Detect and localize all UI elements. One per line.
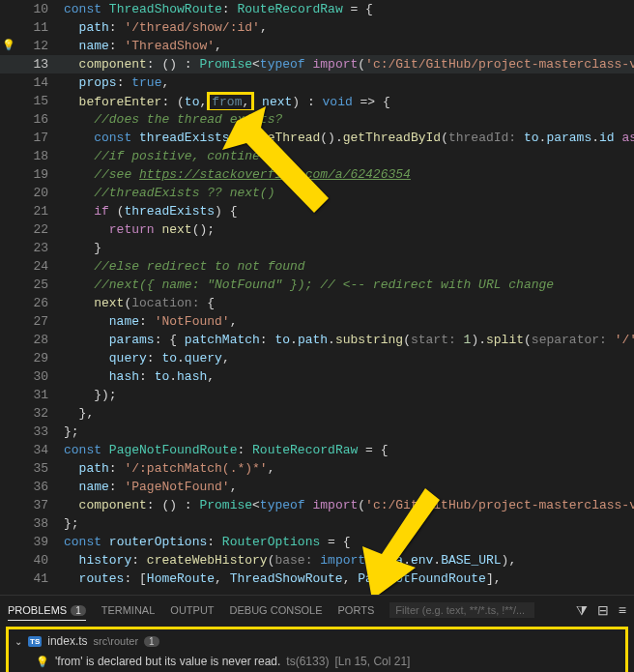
problem-file-row[interactable]: ⌄ TS index.ts src\router 1	[14, 631, 620, 651]
line-number: 33	[17, 423, 64, 441]
problem-file-count: 1	[144, 636, 159, 647]
tab-ports[interactable]: PORTS	[338, 600, 375, 620]
line-number: 29	[17, 349, 64, 367]
lightbulb-icon[interactable]: 💡	[0, 37, 17, 55]
problem-code: ts(6133)	[286, 655, 329, 668]
problem-item[interactable]: 💡 'from' is declared but its value is ne…	[14, 651, 620, 672]
problem-file-path: src\router	[94, 635, 138, 647]
line-number: 30	[17, 367, 64, 386]
tab-output[interactable]: OUTPUT	[170, 600, 214, 620]
problem-file-name: index.ts	[47, 634, 87, 648]
line-number: 21	[17, 202, 64, 220]
hint-lightbulb-icon: 💡	[36, 656, 49, 668]
problem-message: 'from' is declared but its value is neve…	[55, 655, 280, 668]
line-number: 16	[17, 110, 64, 129]
code-editor[interactable]: 10const ThreadShowRoute: RouteRecordRaw …	[0, 0, 634, 595]
line-number: 40	[17, 551, 64, 570]
line-number: 22	[17, 220, 64, 239]
panel-tabs: PROBLEMS1 TERMINAL OUTPUT DEBUG CONSOLE …	[0, 596, 634, 625]
line-number: 26	[17, 294, 64, 312]
chevron-down-icon: ⌄	[14, 636, 22, 647]
collapse-icon[interactable]: ⊟	[597, 602, 609, 619]
tab-terminal[interactable]: TERMINAL	[101, 600, 156, 620]
line-number: 37	[17, 496, 64, 514]
line-number: 31	[17, 386, 64, 404]
line-number: 34	[17, 441, 64, 459]
line-number: 27	[17, 312, 64, 331]
line-number: 28	[17, 331, 64, 349]
filter-icon[interactable]: ⧩	[576, 602, 588, 619]
highlighted-param: from,	[207, 92, 254, 110]
line-number: 10	[17, 0, 64, 18]
problems-filter-input[interactable]	[389, 602, 534, 618]
view-as-tree-icon[interactable]: ≡	[619, 602, 626, 619]
line-number: 23	[17, 239, 64, 257]
line-number: 38	[17, 514, 64, 533]
line-number: 25	[17, 276, 64, 294]
line-number: 35	[17, 459, 64, 478]
line-number: 18	[17, 147, 64, 165]
line-number: 24	[17, 257, 64, 276]
line-number: 36	[17, 478, 64, 496]
line-number: 11	[17, 18, 64, 37]
typescript-file-icon: TS	[28, 636, 42, 647]
line-number: 20	[17, 184, 64, 202]
line-number: 32	[17, 404, 64, 423]
problems-list-highlighted: ⌄ TS index.ts src\router 1 💡 'from' is d…	[6, 627, 628, 672]
tab-problems[interactable]: PROBLEMS1	[8, 600, 86, 621]
problem-location: [Ln 15, Col 21]	[334, 655, 410, 668]
line-number: 12	[17, 37, 64, 55]
line-number: 19	[17, 165, 64, 184]
line-number: 15	[17, 92, 64, 110]
line-number: 41	[17, 570, 64, 588]
line-number: 39	[17, 533, 64, 551]
bottom-panel: PROBLEMS1 TERMINAL OUTPUT DEBUG CONSOLE …	[0, 595, 634, 672]
line-number: 13	[17, 55, 64, 73]
line-number: 17	[17, 129, 64, 147]
tab-debug-console[interactable]: DEBUG CONSOLE	[230, 600, 323, 620]
active-line: 13 component: () : Promise<typeof import…	[0, 55, 634, 73]
line-number: 14	[17, 73, 64, 92]
